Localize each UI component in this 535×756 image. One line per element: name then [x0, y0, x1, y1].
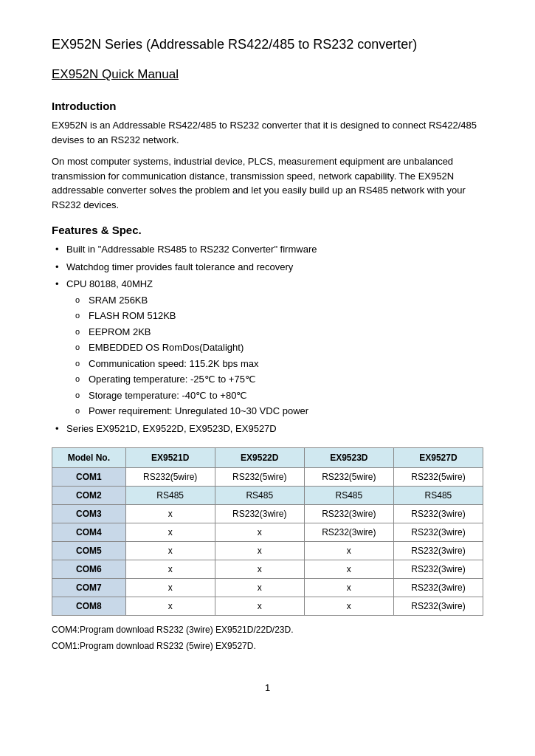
table-header-ex9523d: EX9523D — [304, 448, 393, 468]
intro-paragraph-2: On most computer systems, industrial dev… — [52, 154, 483, 212]
table-row: x — [125, 597, 215, 616]
table-row: RS232(3wire) — [393, 542, 483, 560]
table-row: RS232(3wire) — [393, 523, 483, 542]
sub-item-5: Operating temperature: -25℃ to +75℃ — [89, 372, 483, 387]
table-row: RS232(3wire) — [215, 505, 304, 523]
table-row: RS485 — [125, 487, 215, 505]
table-row: x — [304, 542, 393, 560]
table-row: RS232(3wire) — [304, 523, 393, 542]
table-row: RS232(5wire) — [393, 468, 483, 487]
table-com-label: COM6 — [52, 560, 126, 579]
cpu-sub-list: SRAM 256KB FLASH ROM 512KB EEPROM 2KB EM… — [66, 293, 483, 419]
intro-paragraph-1: EX952N is an Addressable RS422/485 to RS… — [52, 118, 483, 147]
feature-item-1: Built in "Addressable RS485 to RS232 Con… — [66, 242, 483, 257]
table-row: x — [125, 505, 215, 523]
table-header-model: Model No. — [52, 448, 126, 468]
sub-item-1: FLASH ROM 512KB — [89, 309, 483, 323]
table-row: RS232(5wire) — [125, 468, 215, 487]
footnote-1: COM4:Program download RS232 (3wire) EX95… — [52, 623, 483, 636]
table-row: x — [125, 579, 215, 597]
introduction-heading: Introduction — [52, 100, 483, 112]
table-com-label: COM4 — [52, 523, 126, 542]
sub-item-4: Communication speed: 115.2K bps max — [89, 357, 483, 371]
table-row: RS485 — [393, 487, 483, 505]
sub-item-6: Storage temperature: -40℃ to +80℃ — [89, 388, 483, 403]
table-row: RS232(3wire) — [393, 597, 483, 616]
sub-item-7: Power requirement: Unregulated 10~30 VDC… — [89, 404, 483, 419]
table-row: RS485 — [215, 487, 304, 505]
quick-manual-title: EX952N Quick Manual — [52, 67, 483, 82]
table-row: RS485 — [304, 487, 393, 505]
table-com-label: COM7 — [52, 579, 126, 597]
table-header-ex9522d: EX9522D — [215, 448, 304, 468]
table-row: RS232(3wire) — [393, 560, 483, 579]
table-row: RS232(5wire) — [304, 468, 393, 487]
features-section: Features & Spec. Built in "Addressable R… — [52, 224, 483, 436]
table-row: RS232(5wire) — [215, 468, 304, 487]
table-row: RS232(3wire) — [393, 579, 483, 597]
page-title: EX952N Series (Addressable RS422/485 to … — [52, 37, 483, 52]
feature-series: Series EX9521D, EX9522D, EX9523D, EX9527… — [66, 422, 483, 436]
table-com-label: COM1 — [52, 468, 126, 487]
table-com-label: COM3 — [52, 505, 126, 523]
sub-item-2: EEPROM 2KB — [89, 325, 483, 340]
table-com-label: COM2 — [52, 487, 126, 505]
features-heading: Features & Spec. — [52, 224, 483, 236]
footnote-2: COM1:Program download RS232 (5wire) EX95… — [52, 639, 483, 653]
table-row: x — [125, 560, 215, 579]
table-row: x — [304, 560, 393, 579]
table-row: x — [125, 542, 215, 560]
feature-item-cpu: CPU 80188, 40MHZ SRAM 256KB FLASH ROM 51… — [66, 277, 483, 419]
table-row: RS232(3wire) — [304, 505, 393, 523]
table-header-ex9521d: EX9521D — [125, 448, 215, 468]
table-row: RS232(3wire) — [393, 505, 483, 523]
spec-table: Model No. EX9521D EX9522D EX9523D EX9527… — [52, 447, 483, 616]
sub-item-3: EMBEDDED OS RomDos(Datalight) — [89, 340, 483, 355]
table-row: x — [215, 597, 304, 616]
introduction-section: Introduction EX952N is an Addressable RS… — [52, 100, 483, 212]
table-row: x — [215, 542, 304, 560]
table-row: x — [304, 597, 393, 616]
table-row: x — [215, 523, 304, 542]
table-row: x — [215, 560, 304, 579]
table-com-label: COM8 — [52, 597, 126, 616]
table-header-ex9527d: EX9527D — [393, 448, 483, 468]
table-row: x — [304, 579, 393, 597]
feature-item-2: Watchdog timer provides fault tolerance … — [66, 260, 483, 275]
features-list: Built in "Addressable RS485 to RS232 Con… — [52, 242, 483, 436]
table-com-label: COM5 — [52, 542, 126, 560]
page-number: 1 — [52, 682, 483, 693]
sub-item-0: SRAM 256KB — [89, 293, 483, 308]
table-row: x — [215, 579, 304, 597]
table-row: x — [125, 523, 215, 542]
